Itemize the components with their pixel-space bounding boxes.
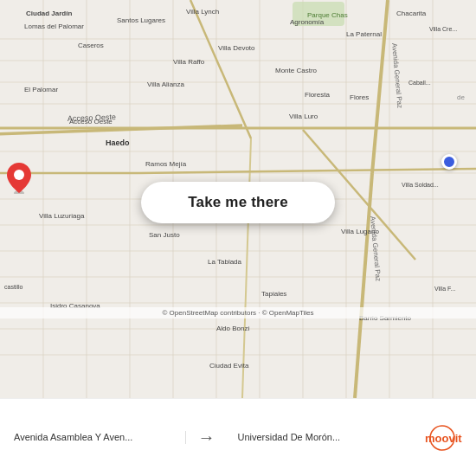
svg-text:La Paternal: La Paternal xyxy=(346,30,382,38)
svg-text:castillo: castillo xyxy=(4,284,23,290)
svg-text:Haedo: Haedo xyxy=(106,138,130,147)
svg-text:Chacarita: Chacarita xyxy=(396,10,427,17)
svg-text:Villa Lynch: Villa Lynch xyxy=(186,8,219,16)
origin-dot xyxy=(441,154,457,170)
map-attribution: © OpenStreetMap contributors · © OpenMap… xyxy=(0,307,476,318)
svg-text:El Palomar: El Palomar xyxy=(24,86,58,93)
bottom-bar: Avenida Asamblea Y Aven... → Universidad… xyxy=(0,398,476,476)
svg-text:Floresta: Floresta xyxy=(305,91,330,99)
svg-text:Villa Soldad...: Villa Soldad... xyxy=(402,182,439,188)
svg-text:Villa Luro: Villa Luro xyxy=(289,113,318,120)
svg-text:Villa Devoto: Villa Devoto xyxy=(218,44,255,52)
map-container: Acceso Oeste Avenida General Paz Avenida… xyxy=(0,0,476,398)
svg-point-75 xyxy=(14,170,24,180)
to-label: Universidad De Morón... xyxy=(238,432,341,442)
svg-text:Flores: Flores xyxy=(350,93,369,101)
svg-text:Ciudad Evita: Ciudad Evita xyxy=(209,362,249,370)
route-arrow: → xyxy=(186,428,228,447)
svg-text:Villa Alianza: Villa Alianza xyxy=(147,80,185,88)
svg-text:Santos Lugares: Santos Lugares xyxy=(117,16,165,24)
svg-text:Ciudad Jardín: Ciudad Jardín xyxy=(26,10,72,17)
svg-text:de: de xyxy=(457,93,465,101)
moovit-logo: moovit xyxy=(408,425,476,451)
svg-text:Acceso Oeste: Acceso Oeste xyxy=(69,118,113,125)
svg-text:Villa Lugano: Villa Lugano xyxy=(341,228,379,235)
svg-text:Villa F...: Villa F... xyxy=(434,286,455,292)
svg-text:Caball...: Caball... xyxy=(408,80,431,86)
take-me-there-button[interactable]: Take me there xyxy=(141,182,335,223)
svg-text:Villa Raffo: Villa Raffo xyxy=(173,58,205,66)
svg-text:Lomas del Palomar: Lomas del Palomar xyxy=(24,23,84,30)
svg-text:San Justo: San Justo xyxy=(149,231,180,239)
svg-text:Villa Cre...: Villa Cre... xyxy=(429,26,457,32)
svg-text:Ramos Mejía: Ramos Mejía xyxy=(145,160,187,168)
svg-text:moovit: moovit xyxy=(425,432,462,445)
route-to: Universidad De Morón... xyxy=(228,431,409,443)
svg-text:Aldo Bonzi: Aldo Bonzi xyxy=(216,325,249,332)
destination-pin xyxy=(7,163,31,197)
svg-text:Caseros: Caseros xyxy=(78,42,104,49)
moovit-logo-svg: moovit xyxy=(419,425,466,451)
route-from: Avenida Asamblea Y Aven... xyxy=(0,431,186,443)
svg-text:Agronomía: Agronomía xyxy=(290,18,325,26)
svg-text:Villa Luzuriaga: Villa Luzuriaga xyxy=(39,212,85,220)
svg-text:Monte Castro: Monte Castro xyxy=(275,67,318,74)
from-label: Avenida Asamblea Y Aven... xyxy=(14,432,132,442)
svg-text:Tapiales: Tapiales xyxy=(261,290,286,298)
svg-text:La Tablada: La Tablada xyxy=(208,258,242,266)
